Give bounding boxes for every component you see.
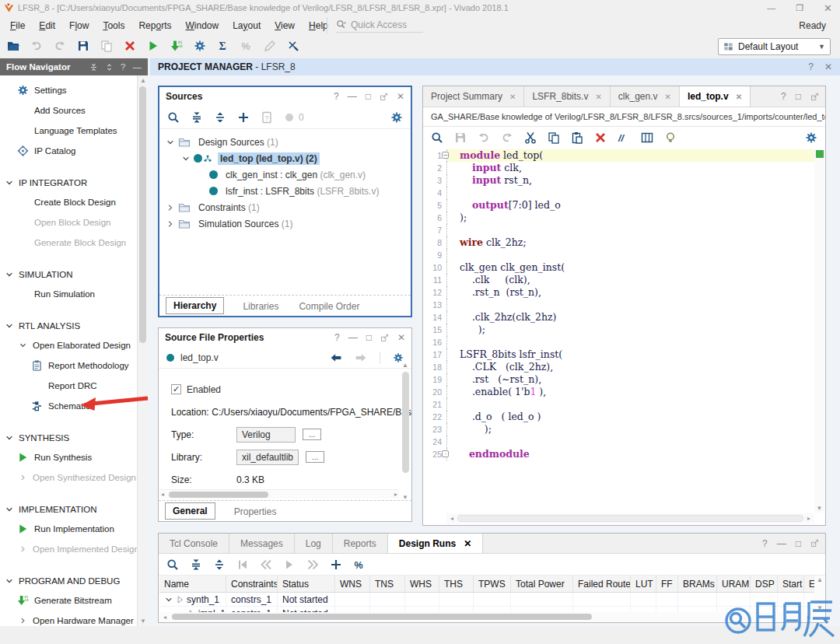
editor-vscrollbar[interactable]: ▲▼ [814,149,824,513]
close-tab-icon[interactable]: ✕ [509,93,516,101]
float-icon[interactable] [810,539,819,548]
maximize-icon[interactable]: □ [366,91,371,102]
settings-gear-icon[interactable] [193,40,206,53]
properties-hscrollbar[interactable]: ◂ ▸ [159,489,399,499]
column-constraints[interactable]: Constraints [226,576,278,592]
flow-item-generate-block-design[interactable]: Generate Block Design [0,233,137,253]
prev-icon[interactable] [260,558,272,571]
runs-hscrollbar[interactable]: ◂ ▸ [159,612,814,621]
percent-icon[interactable]: % [240,40,253,53]
minimize-panel-icon[interactable]: — [133,62,142,72]
flow-item-run-synthesis[interactable]: Run Synthesis [0,447,137,467]
flow-item-settings[interactable]: Settings [0,80,137,100]
bottom-tab-tcl-console[interactable]: Tcl Console [159,534,229,553]
editor-tab-lsfr-8bits-v[interactable]: LSFR_8bits.v✕ [524,86,610,107]
tree-node-lsfr-inst-lsfr-8bits[interactable]: lsfr_inst : LSFR_8bits (LSFR_8bits.v) [159,183,411,199]
collapse-all-icon[interactable] [89,63,98,72]
flow-navigator-scrollbar[interactable]: ▲ ▼ [137,75,148,626]
flow-item-open-synthesized-design[interactable]: Open Synthesized Design [0,467,137,488]
flow-group-rtl-analysis[interactable]: RTL ANALYSIS [0,317,137,335]
help-icon[interactable]: ? [781,91,786,102]
help-icon[interactable]: ? [334,91,339,102]
collapse-all-icon[interactable] [190,558,202,571]
properties-tab-general[interactable]: General [165,502,215,520]
quick-access-search[interactable]: Quick Access [336,17,423,33]
column-brams[interactable]: BRAMs [678,576,717,592]
menu-help[interactable]: Help [302,17,335,34]
add-icon[interactable] [330,558,342,571]
forward-arrow-icon[interactable] [355,353,367,362]
add-sources-icon[interactable] [237,111,250,124]
collapse-all-icon[interactable] [191,111,203,124]
expand-all-icon[interactable] [214,111,226,124]
bottom-tab-design-runs[interactable]: Design Runs✕ [388,534,483,553]
edit-icon[interactable] [263,40,276,53]
run-row-impl_1[interactable]: impl_1constrs_1Not started [159,607,814,612]
close-tab-icon[interactable]: ✕ [665,93,671,101]
editor-tab-project-summary[interactable]: Project Summary✕ [423,86,524,107]
flow-item-create-block-design[interactable]: Create Block Design [0,192,137,212]
back-arrow-icon[interactable] [330,353,342,362]
flow-group-program-and-debug[interactable]: PROGRAM AND DEBUG [0,572,137,590]
tree-node-led-top[interactable]: led_top (led_top.v) (2) [159,150,411,166]
fold-close-icon[interactable]: · [442,450,449,457]
maximize-icon[interactable]: □ [796,538,801,549]
percent-icon[interactable]: % [353,558,366,571]
editor-hscrollbar[interactable]: ◂ ▸ [446,513,814,523]
tree-node-constraints[interactable]: Constraints (1) [159,199,411,215]
fold-open-icon[interactable]: − [442,152,449,159]
column-start[interactable]: Start [778,576,804,592]
save-icon[interactable] [76,40,89,53]
minimize-icon[interactable]: — [348,91,357,102]
menu-window[interactable]: Window [178,17,226,34]
cut-icon[interactable] [524,131,537,144]
minimize-button[interactable]: — [767,3,775,12]
paste-icon[interactable] [571,131,583,144]
editor-tab-led-top-v[interactable]: led_top.v✕ [680,86,751,107]
flow-group-synthesis[interactable]: SYNTHESIS [0,429,137,447]
comment-icon[interactable]: // [618,131,630,144]
menu-tools[interactable]: Tools [96,17,131,34]
property-value-box[interactable]: Verilog [236,427,296,443]
maximize-icon[interactable]: □ [366,332,372,343]
code-editor[interactable]: 1−module led_top(2 input clk,3 input rst… [424,149,814,513]
menu-edit[interactable]: Edit [32,17,62,34]
layout-selector[interactable]: Default Layout ▼ [718,38,831,55]
close-tab-icon[interactable]: ✕ [595,93,601,101]
minimize-icon[interactable]: — [348,332,358,343]
redo-icon[interactable] [501,131,513,144]
save-icon[interactable] [454,131,467,144]
column-whs[interactable]: WHS [405,576,439,592]
properties-tab-properties[interactable]: Properties [233,504,278,520]
undo-icon[interactable] [478,131,490,144]
close-icon[interactable]: ✕ [397,91,404,102]
column-tns[interactable]: TNS [370,576,405,592]
file-info-icon[interactable]: ? [261,111,273,124]
close-button[interactable]: ✕ [824,2,832,14]
column-ths[interactable]: THS [439,576,474,592]
copy-icon[interactable] [100,40,113,53]
menu-view[interactable]: View [268,17,302,34]
generate-bitstream-icon[interactable]: 0110 [170,40,183,53]
sources-tab-hierarchy[interactable]: Hierarchy [166,297,224,314]
browse-button[interactable]: ... [303,429,321,440]
run-icon[interactable] [146,40,159,53]
browse-button[interactable]: ... [306,451,324,463]
flow-item-run-simulation[interactable]: Run Simulation [0,284,137,304]
delete-icon[interactable] [594,131,607,144]
tree-node-simulation-sources[interactable]: Simulation Sources (1) [159,215,411,232]
menu-flow[interactable]: Flow [62,17,96,34]
column-tpws[interactable]: TPWS [474,576,511,592]
copy-icon[interactable] [548,131,560,144]
last-icon[interactable] [306,558,319,571]
close-icon[interactable]: ✕ [397,332,405,343]
flow-group-implementation[interactable]: IMPLEMENTATION [0,500,137,519]
flow-item-open-block-design[interactable]: Open Block Design [0,212,137,233]
expand-all-icon[interactable] [213,558,226,571]
report-sigma-icon[interactable]: Σ [216,40,229,53]
first-icon[interactable] [236,558,249,571]
column-wns[interactable]: WNS [335,576,370,592]
open-project-icon[interactable] [6,40,19,53]
maximize-icon[interactable]: □ [796,91,801,102]
bulb-icon[interactable] [664,131,677,144]
